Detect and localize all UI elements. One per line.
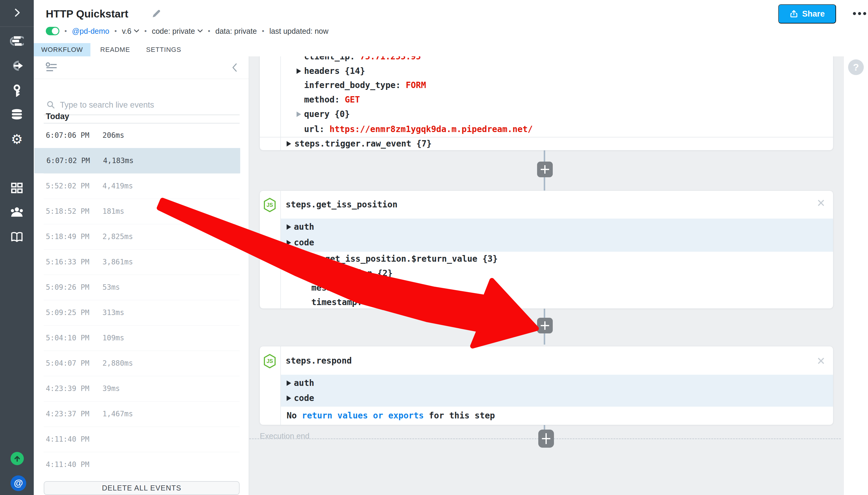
user-avatar[interactable]: @ <box>11 475 26 491</box>
close-step-icon[interactable] <box>816 198 826 209</box>
apps-grid-icon[interactable] <box>0 182 34 195</box>
chevron-down-icon <box>197 29 203 33</box>
chevron-down-icon <box>134 29 139 33</box>
tab-bar: WORKFLOW README SETTINGS <box>34 43 868 57</box>
help-button[interactable]: ? <box>848 59 864 75</box>
data-privacy-label: data: private <box>215 27 257 36</box>
event-row[interactable]: 5:16:33 PM3,861ms <box>34 249 249 275</box>
workflow-canvas: client_ip: 75.71.255.95 headers {14} inf… <box>249 56 844 495</box>
tree-row-raw-event[interactable]: steps.trigger.raw_event {7} <box>260 137 833 151</box>
event-row[interactable]: 5:18:52 PM181ms <box>34 199 249 224</box>
workspace-link[interactable]: @pd-demo <box>72 27 109 36</box>
workflows-icon[interactable] <box>0 34 34 48</box>
event-row[interactable]: 5:18:49 PM2,825ms <box>34 224 249 249</box>
code-privacy-dropdown[interactable]: code: private <box>152 27 203 36</box>
add-step-button[interactable] <box>537 161 553 177</box>
expand-triangle-icon[interactable] <box>297 68 301 74</box>
events-section-label: Today <box>46 108 69 124</box>
tab-workflow[interactable]: WORKFLOW <box>34 43 90 56</box>
settings-gear-icon[interactable]: ⚙ <box>0 133 34 146</box>
step-title: steps.respond <box>286 346 352 375</box>
version-dropdown[interactable]: v.6 <box>122 27 139 36</box>
add-step-button[interactable] <box>537 318 553 334</box>
svg-text:JS: JS <box>266 202 273 208</box>
expand-triangle-icon[interactable] <box>287 240 291 245</box>
expand-triangle-icon[interactable] <box>297 112 301 117</box>
sql-database-icon[interactable] <box>0 108 34 121</box>
event-search <box>44 97 240 112</box>
tree-row-client-ip: client_ip: 75.71.255.95 <box>260 56 833 64</box>
step-card-respond[interactable]: JS steps.respond auth code No return val… <box>260 346 833 425</box>
community-icon[interactable] <box>0 206 34 219</box>
step-card-get-iss-position[interactable]: JS steps.get_iss_position auth code step… <box>260 190 833 309</box>
expand-triangle-icon[interactable] <box>303 271 308 276</box>
last-updated-label: last updated: now <box>270 27 329 36</box>
dot-separator: • <box>262 27 264 35</box>
accounts-key-icon[interactable] <box>0 84 34 97</box>
collapse-sidebar-icon[interactable] <box>230 63 239 74</box>
dot-separator: • <box>144 27 147 35</box>
share-icon <box>789 9 798 18</box>
tree-row-inferred-body-type: inferred_body_type: FORM <box>260 78 833 92</box>
expand-triangle-icon[interactable] <box>287 380 291 386</box>
no-exports-message: No return values or exports for this ste… <box>260 409 833 423</box>
filter-events-icon[interactable] <box>45 62 58 74</box>
expand-triangle-icon[interactable] <box>287 141 291 147</box>
tree-row-method: method: GET <box>260 92 833 107</box>
tree-row-iss-position[interactable]: iss_position {2} <box>260 266 833 281</box>
event-row[interactable]: 4:11:40 PM <box>34 427 249 452</box>
nav-divider <box>0 27 34 27</box>
tree-row-timestamp: timestamp: 1621991225 <box>260 295 833 310</box>
tree-row-auth[interactable]: auth <box>260 376 833 390</box>
more-menu-dots-icon[interactable] <box>853 12 866 15</box>
event-row-selected[interactable]: 6:07:02 PM4,183ms <box>34 148 240 173</box>
delete-all-events-button[interactable]: DELETE ALL EVENTS <box>44 481 240 495</box>
svg-text:JS: JS <box>266 358 273 364</box>
nodejs-icon: JS <box>263 198 277 214</box>
tree-row-code[interactable]: code <box>260 391 833 406</box>
page-title: HTTP Quickstart <box>46 4 128 23</box>
tree-row-auth[interactable]: auth <box>260 220 833 234</box>
event-row[interactable]: 5:52:02 PM4,419ms <box>34 173 249 199</box>
tree-row-url: url: https://enmr8zm1ygqk9da.m.pipedream… <box>260 122 833 137</box>
dot-separator: • <box>208 27 210 35</box>
expand-triangle-icon[interactable] <box>287 395 291 401</box>
event-row[interactable]: 5:04:10 PM109ms <box>34 325 249 351</box>
tree-row-headers[interactable]: headers {14} <box>260 64 833 79</box>
tab-readme[interactable]: README <box>100 43 130 56</box>
upgrade-button[interactable] <box>11 452 24 465</box>
dot-separator: • <box>115 27 117 35</box>
tree-row-code[interactable]: code <box>260 236 833 250</box>
event-row[interactable]: 5:04:07 PM2,880ms <box>34 351 249 376</box>
workflow-meta-row: • @pd-demo • v.6 • code: private • data:… <box>46 24 329 38</box>
docs-book-icon[interactable] <box>0 230 34 243</box>
live-events-sidebar: Today 6:07:06 PM206ms 6:07:02 PM4,183ms … <box>34 56 249 495</box>
event-row[interactable]: 5:09:25 PM313ms <box>34 300 249 325</box>
share-button[interactable]: Share <box>778 4 836 23</box>
workflow-active-toggle[interactable] <box>46 27 59 35</box>
event-row[interactable]: 6:07:06 PM206ms <box>34 123 249 148</box>
events-toolbar <box>34 56 249 79</box>
dot-separator: • <box>65 27 67 35</box>
exports-doc-link[interactable]: return values or exports <box>302 411 424 421</box>
event-row[interactable]: 4:23:39 PM39ms <box>34 376 249 401</box>
pipedream-workflow-app: ⚙ @ <box>0 0 868 495</box>
add-step-button[interactable] <box>538 430 554 448</box>
edit-title-pencil-icon[interactable] <box>151 8 161 20</box>
expand-sidebar-icon[interactable] <box>0 6 34 19</box>
collapse-triangle-icon[interactable] <box>287 257 292 262</box>
primary-nav: ⚙ @ <box>0 0 34 495</box>
event-sources-icon[interactable] <box>0 59 34 72</box>
tree-row-message: message: success <box>260 281 833 295</box>
step-card-trigger[interactable]: client_ip: 75.71.255.95 headers {14} inf… <box>260 56 833 150</box>
event-row[interactable]: 4:11:40 PM <box>34 452 249 477</box>
tab-settings[interactable]: SETTINGS <box>147 43 180 56</box>
expand-triangle-icon[interactable] <box>287 224 291 230</box>
search-input[interactable] <box>59 97 238 113</box>
nodejs-icon: JS <box>263 354 277 370</box>
tree-row-query[interactable]: query {0} <box>260 107 833 121</box>
event-row[interactable]: 4:23:37 PM1,467ms <box>34 401 249 427</box>
event-row[interactable]: 5:09:26 PM53ms <box>34 275 249 300</box>
tree-row-return-value[interactable]: steps.get_iss_position.$return_value {3} <box>260 252 833 266</box>
close-step-icon[interactable] <box>816 356 826 367</box>
